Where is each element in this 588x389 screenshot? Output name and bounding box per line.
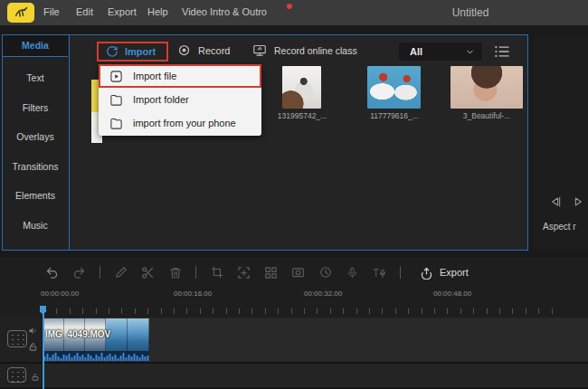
scissors-cut-icon[interactable] bbox=[141, 266, 155, 280]
menu-item-import-from-phone-label: import from your phone bbox=[133, 118, 236, 128]
undo-icon[interactable] bbox=[45, 266, 59, 280]
screen-record-icon bbox=[252, 43, 267, 57]
speaker-mute-toggle-icon[interactable] bbox=[28, 326, 38, 336]
aspect-ratio-label: Aspect r bbox=[543, 222, 576, 232]
list-view-button[interactable] bbox=[494, 45, 510, 58]
menu-video-intro-outro[interactable]: Video Intro & Outro bbox=[182, 6, 267, 17]
sidebar: Media Text Filters Overlays Transitions … bbox=[3, 35, 70, 250]
media-item-name-1: 131995742_... bbox=[274, 111, 330, 120]
timeline-clip[interactable]: IMG_4049.MOV bbox=[43, 318, 149, 361]
clip-audio-waveform bbox=[43, 351, 149, 361]
snapshot-icon[interactable] bbox=[291, 266, 305, 280]
track-lock-toggle-icon[interactable] bbox=[28, 342, 38, 352]
track-2-header bbox=[0, 364, 43, 387]
project-title: Untitled bbox=[425, 6, 516, 19]
timeline-toolbar: Export bbox=[45, 261, 469, 283]
import-icon bbox=[106, 45, 119, 58]
video-track-icon bbox=[7, 330, 27, 347]
record-icon bbox=[177, 43, 191, 57]
sidebar-tab-transitions[interactable]: Transitions bbox=[3, 158, 68, 175]
menu-item-import-file[interactable]: Import file bbox=[99, 64, 261, 88]
clip-frame bbox=[128, 318, 149, 351]
record-button[interactable]: Record bbox=[177, 43, 230, 57]
text-to-speech-icon[interactable] bbox=[373, 266, 386, 280]
bee-icon bbox=[12, 5, 30, 20]
playhead-line[interactable] bbox=[43, 308, 44, 389]
menu-item-import-folder[interactable]: Import folder bbox=[99, 88, 261, 111]
menu-export[interactable]: Export bbox=[108, 6, 137, 17]
record-online-class-button[interactable]: Record online class bbox=[252, 43, 357, 57]
record-button-label: Record bbox=[198, 45, 230, 56]
folder-phone-icon bbox=[109, 117, 123, 130]
media-thumbnail-2[interactable] bbox=[367, 66, 421, 109]
menu-item-import-folder-label: Import folder bbox=[133, 94, 189, 105]
microphone-voiceover-icon[interactable] bbox=[346, 266, 359, 280]
top-menu-bar: File Edit Export Help Video Intro & Outr… bbox=[0, 0, 588, 26]
sidebar-tab-media[interactable]: Media bbox=[3, 35, 68, 57]
ruler-label-0: 00:00:00.00 bbox=[41, 289, 79, 298]
import-button[interactable]: Import bbox=[97, 42, 168, 62]
chevron-down-icon bbox=[465, 47, 475, 57]
sidebar-tab-text[interactable]: Text bbox=[3, 70, 68, 86]
toolbar-divider bbox=[100, 266, 100, 279]
export-button-label: Export bbox=[440, 267, 469, 278]
ruler-label-48: 00:00:48.00 bbox=[433, 289, 471, 298]
import-file-icon bbox=[109, 70, 123, 83]
import-button-label: Import bbox=[125, 46, 156, 57]
media-thumbnail-1[interactable] bbox=[282, 66, 321, 109]
trash-delete-icon[interactable] bbox=[168, 266, 182, 280]
split-grid-icon[interactable] bbox=[264, 266, 278, 280]
beecut-logo[interactable] bbox=[7, 3, 34, 23]
video-track-icon bbox=[7, 367, 26, 383]
media-filter-dropdown[interactable]: All bbox=[399, 43, 482, 61]
toolbar-divider bbox=[400, 266, 401, 279]
record-online-class-label: Record online class bbox=[274, 45, 357, 56]
timeline-ruler-ticks[interactable] bbox=[43, 308, 564, 314]
notification-dot bbox=[287, 4, 292, 9]
menu-item-import-from-phone[interactable]: import from your phone bbox=[99, 111, 261, 135]
import-dropdown-menu: Import file Import folder import from yo… bbox=[99, 64, 261, 136]
track-lock-toggle-icon[interactable] bbox=[31, 373, 40, 382]
previous-frame-icon[interactable] bbox=[548, 194, 563, 209]
menu-file[interactable]: File bbox=[43, 6, 60, 17]
edit-pencil-icon[interactable] bbox=[114, 266, 128, 280]
export-button[interactable]: Export bbox=[420, 266, 469, 280]
ruler-label-16: 00:00:16.00 bbox=[174, 289, 212, 298]
beecut-app-window: { "window": { "title": "Untitled" }, "me… bbox=[0, 0, 588, 389]
media-filter-value: All bbox=[410, 46, 422, 57]
media-item-name-3: 3_Beautiful-... bbox=[450, 111, 523, 120]
list-view-icon bbox=[494, 45, 510, 58]
play-icon[interactable] bbox=[571, 194, 585, 209]
sidebar-tab-music[interactable]: Music bbox=[3, 217, 68, 233]
track-1-header bbox=[0, 318, 43, 362]
media-library-panel: Media Text Filters Overlays Transitions … bbox=[2, 34, 528, 251]
redo-icon[interactable] bbox=[72, 266, 86, 280]
duration-clock-icon[interactable] bbox=[318, 266, 332, 280]
sidebar-tab-elements[interactable]: Elements bbox=[3, 187, 68, 204]
media-thumbnail-3[interactable] bbox=[450, 66, 523, 109]
zoom-region-icon[interactable] bbox=[237, 266, 251, 280]
media-item-name-2: 117779616_... bbox=[361, 111, 428, 120]
sidebar-tab-overlays[interactable]: Overlays bbox=[3, 128, 68, 145]
sidebar-tab-filters[interactable]: Filters bbox=[3, 100, 68, 116]
menu-item-import-file-label: Import file bbox=[133, 71, 176, 81]
crop-icon[interactable] bbox=[210, 266, 223, 280]
menu-edit[interactable]: Edit bbox=[76, 6, 93, 17]
ruler-label-32: 00:00:32.00 bbox=[304, 289, 342, 298]
clip-name-label: IMG_4049.MOV bbox=[45, 329, 110, 339]
menu-help[interactable]: Help bbox=[147, 6, 168, 17]
folder-icon bbox=[109, 93, 123, 107]
toolbar-divider bbox=[195, 266, 196, 279]
preview-panel bbox=[534, 34, 588, 251]
video-track-2[interactable] bbox=[0, 364, 588, 387]
playback-controls bbox=[548, 194, 585, 209]
